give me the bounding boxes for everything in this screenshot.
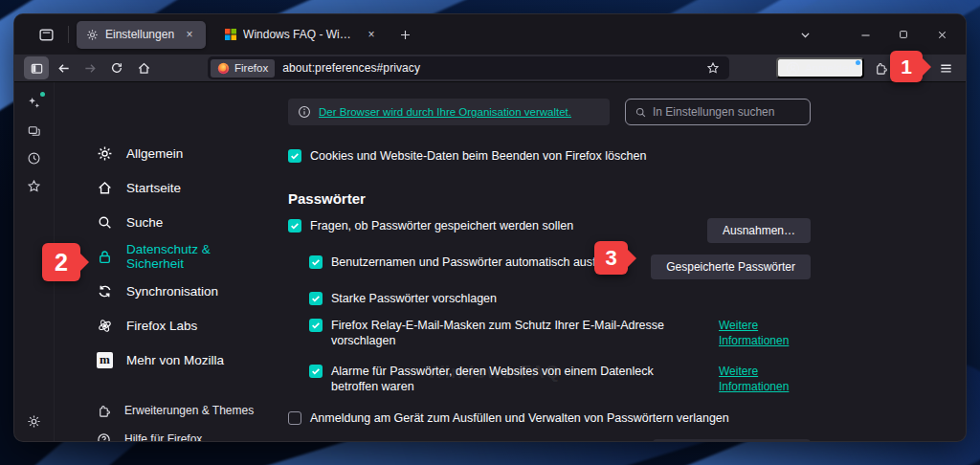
search-icon: [97, 214, 113, 231]
sidebar-item-label: Hilfe für Firefox: [124, 432, 202, 442]
annotation-marker-2: 2: [42, 243, 80, 281]
sidebar-item-firefox-labs[interactable]: Firefox Labs: [55, 308, 269, 343]
exceptions-button[interactable]: Ausnahmen…: [707, 218, 811, 243]
help-icon: [97, 432, 111, 443]
bookmarks-star-icon[interactable]: [21, 173, 48, 198]
checkbox-cookies-clear[interactable]: [288, 149, 301, 163]
managed-by-org-link[interactable]: Der Browser wird durch Ihre Organisation…: [319, 106, 571, 118]
primary-password-row: Hauptpasswort verwenden Weitere Informat…: [288, 439, 811, 442]
relay-masks-row: Firefox Relay-E-Mail-Masken zum Schutz I…: [288, 318, 811, 348]
labs-atom-icon: [97, 318, 113, 334]
windows-logo-icon: [225, 29, 236, 40]
mozilla-logo-icon: m: [97, 352, 113, 368]
close-tab-icon[interactable]: ×: [363, 26, 380, 43]
checkbox-label: Benutzernamen und Passwörter automatisch…: [331, 255, 621, 270]
breach-alerts-row: Alarme für Passwörter, deren Websites vo…: [288, 364, 811, 394]
maximize-icon[interactable]: [887, 21, 920, 48]
sync-icon: [97, 283, 113, 299]
sidebar-footer: Erweiterungen & Themes Hilfe für Firefox: [55, 396, 269, 442]
puzzle-icon: [97, 404, 111, 418]
sidebar-item-synchronisation[interactable]: Synchronisation: [55, 274, 269, 308]
info-icon: [298, 105, 311, 119]
firefox-view-icon[interactable]: [32, 22, 60, 47]
sidebar-item-startseite[interactable]: Startseite: [55, 170, 269, 205]
checkbox-label: Firefox Relay-E-Mail-Masken zum Schutz I…: [331, 318, 668, 348]
sidebar-toggle-icon[interactable]: [24, 56, 49, 79]
menu-hamburger-icon[interactable]: [933, 56, 958, 79]
checkbox-label: Cookies und Website-Daten beim Beenden v…: [310, 148, 646, 164]
back-icon[interactable]: [51, 56, 76, 79]
learn-more-link[interactable]: Weitere Informationen: [719, 319, 789, 347]
checkbox-relay-masks[interactable]: [309, 319, 323, 332]
tab-separator: [68, 26, 69, 43]
forward-icon[interactable]: [78, 56, 102, 79]
sidebar-item-label: Datenschutz & Sicherheit: [126, 242, 269, 271]
reload-icon[interactable]: [104, 56, 129, 79]
managed-by-org-banner: Der Browser wird durch Ihre Organisation…: [288, 99, 610, 125]
checkbox-label: Anmeldung am Gerät zum Ausfüllen und Ver…: [310, 410, 729, 426]
checkbox-os-auth[interactable]: [288, 411, 301, 425]
bookmark-star-icon[interactable]: [702, 58, 724, 78]
synced-tabs-icon[interactable]: [21, 118, 48, 143]
tab-einstellungen[interactable]: Einstellungen ×: [77, 21, 206, 49]
strong-passwords-row: Starke Passwörter vorschlagen: [288, 291, 811, 306]
sidebar-item-label: Firefox Labs: [126, 319, 197, 333]
signin-label: Anmelden: [805, 62, 855, 74]
identity-chip[interactable]: Firefox: [211, 59, 275, 78]
list-all-tabs-icon[interactable]: [791, 22, 818, 47]
history-clock-icon[interactable]: [21, 145, 48, 170]
annotation-marker-3: 3: [594, 241, 628, 275]
sidebar-item-mehr-von-mozilla[interactable]: m Mehr von Mozilla: [55, 343, 269, 377]
cookies-clear-row: Cookies und Website-Daten beim Beenden v…: [288, 148, 811, 164]
change-primary-password-button[interactable]: Hauptpasswort ändern…: [653, 439, 811, 442]
minimize-icon[interactable]: [849, 21, 881, 48]
checkbox-label: Starke Passwörter vorschlagen: [331, 291, 497, 306]
learn-more-link[interactable]: Weitere Informationen: [719, 365, 789, 393]
sidebar-item-allgemein[interactable]: Allgemein: [55, 136, 269, 170]
sidebar-item-label: Startseite: [126, 181, 181, 195]
sidebar-settings-gear-icon[interactable]: [21, 409, 48, 433]
content-area: Allgemein Startseite Suche Datenschutz &…: [14, 82, 966, 441]
sidebar-item-erweiterungen-themes[interactable]: Erweiterungen & Themes: [55, 396, 269, 425]
autofill-row: Benutzernamen und Passwörter automatisch…: [288, 255, 811, 279]
checkbox-ask-save-passwords[interactable]: [288, 219, 301, 232]
home-icon[interactable]: [131, 56, 156, 79]
sidebar-item-suche[interactable]: Suche: [55, 205, 269, 239]
url-bar[interactable]: Firefox about:preferences#privacy: [208, 56, 729, 79]
tab-title: Einstellungen: [105, 28, 174, 41]
sidebar-item-hilfe-fuer-firefox[interactable]: Hilfe für Firefox: [55, 425, 269, 442]
checkbox-strong-passwords[interactable]: [309, 292, 323, 305]
sidebar-item-label: Synchronisation: [126, 284, 218, 299]
saved-passwords-button[interactable]: Gespeicherte Passwörter: [651, 255, 811, 279]
checkbox-label: Fragen, ob Passwörter gespeichert werden…: [310, 218, 573, 233]
status-dot: [40, 92, 45, 97]
window-controls: [791, 21, 958, 48]
close-window-icon[interactable]: [925, 21, 958, 48]
sidebar-item-label: Allgemein: [126, 146, 183, 161]
tab-windows-faq[interactable]: Windows FAQ - Windows 11 / 1 ×: [215, 21, 388, 49]
gear-icon: [86, 29, 99, 41]
signin-button[interactable]: Anmelden: [776, 57, 864, 78]
settings-search-box[interactable]: [625, 99, 811, 125]
navigation-toolbar: Firefox about:preferences#privacy Anmeld…: [14, 55, 966, 82]
annotation-marker-1: 1: [890, 51, 923, 82]
sidebar-item-label: Mehr von Mozilla: [126, 353, 224, 367]
os-auth-row: Anmeldung am Gerät zum Ausfüllen und Ver…: [288, 410, 811, 426]
gear-icon: [97, 145, 113, 162]
notification-dot: [856, 60, 860, 65]
tab-title: Windows FAQ - Windows 11 / 1: [243, 28, 356, 41]
new-tab-icon[interactable]: [391, 22, 418, 47]
firefox-window: Einstellungen × Windows FAQ - Windows 11…: [13, 13, 967, 442]
firefox-logo-icon: [217, 62, 230, 75]
top-line: Der Browser wird durch Ihre Organisation…: [288, 99, 811, 125]
home-icon: [97, 180, 113, 196]
section-title-passwoerter: Passwörter: [288, 190, 811, 207]
ai-chatbot-icon[interactable]: [21, 90, 48, 115]
checkbox-breach-alerts[interactable]: [309, 365, 323, 378]
checkbox-autofill[interactable]: [309, 255, 323, 269]
settings-search-input[interactable]: [653, 105, 801, 119]
close-tab-icon[interactable]: ×: [181, 26, 198, 43]
sidebar-item-label: Suche: [126, 215, 163, 230]
identity-chip-label: Firefox: [234, 62, 268, 74]
account-icon: [786, 61, 800, 76]
